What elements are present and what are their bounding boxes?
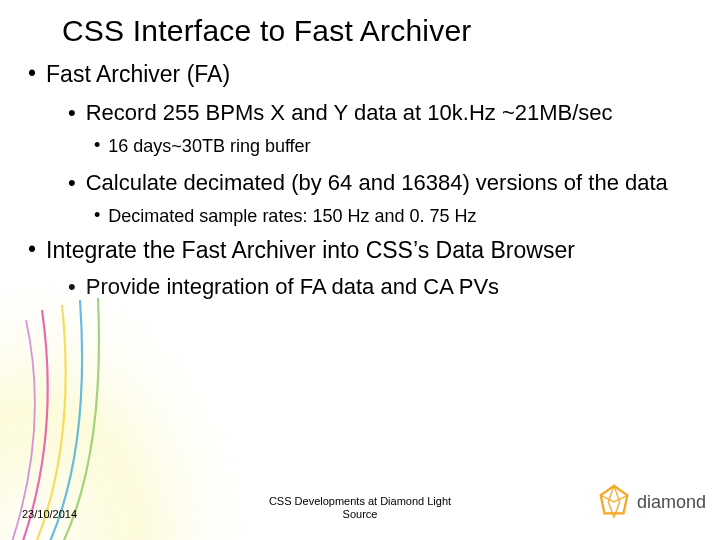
footer-line1: CSS Developments at Diamond Light: [269, 495, 451, 507]
bullet-icon: •: [28, 236, 36, 264]
bullet-icon: •: [94, 205, 100, 228]
bullet-list-level1: • Integrate the Fast Archiver into CSS’s…: [28, 236, 692, 264]
list-item: • Record 255 BPMs X and Y data at 10k.Hz…: [68, 100, 692, 127]
list-text: 16 days~30TB ring buffer: [108, 135, 692, 158]
list-item: • Integrate the Fast Archiver into CSS’s…: [28, 236, 692, 264]
list-item: • Fast Archiver (FA): [28, 60, 692, 88]
bullet-icon: •: [68, 274, 76, 301]
bullet-list-level3: • Decimated sample rates: 150 Hz and 0. …: [94, 205, 692, 228]
list-item: • 16 days~30TB ring buffer: [94, 135, 692, 158]
list-text: Provide integration of FA data and CA PV…: [86, 274, 692, 301]
diamond-logo-icon: [595, 483, 633, 521]
list-item: • Provide integration of FA data and CA …: [68, 274, 692, 301]
bullet-list-level2: • Record 255 BPMs X and Y data at 10k.Hz…: [68, 100, 692, 127]
footer-line2: Source: [343, 508, 378, 520]
bullet-list-level3: • 16 days~30TB ring buffer: [94, 135, 692, 158]
logo-text: diamond: [637, 492, 706, 513]
list-text: Integrate the Fast Archiver into CSS’s D…: [46, 236, 692, 264]
bullet-icon: •: [68, 100, 76, 127]
bullet-list-level2: • Provide integration of FA data and CA …: [68, 274, 692, 301]
footer: 23/10/2014 CSS Developments at Diamond L…: [0, 488, 720, 528]
bullet-list-level2: • Calculate decimated (by 64 and 16384) …: [68, 170, 692, 197]
slide: CSS Interface to Fast Archiver • Fast Ar…: [0, 0, 720, 540]
diamond-logo: diamond: [595, 482, 706, 522]
bullet-icon: •: [28, 60, 36, 88]
bullet-icon: •: [94, 135, 100, 158]
list-text: Calculate decimated (by 64 and 16384) ve…: [86, 170, 692, 197]
list-item: • Decimated sample rates: 150 Hz and 0. …: [94, 205, 692, 228]
slide-title: CSS Interface to Fast Archiver: [0, 0, 720, 48]
content-area: • Fast Archiver (FA) • Record 255 BPMs X…: [0, 48, 720, 301]
list-text: Decimated sample rates: 150 Hz and 0. 75…: [108, 205, 692, 228]
list-item: • Calculate decimated (by 64 and 16384) …: [68, 170, 692, 197]
list-text: Fast Archiver (FA): [46, 60, 692, 88]
list-text: Record 255 BPMs X and Y data at 10k.Hz ~…: [86, 100, 692, 127]
bullet-icon: •: [68, 170, 76, 197]
bullet-list-level1: • Fast Archiver (FA): [28, 60, 692, 88]
